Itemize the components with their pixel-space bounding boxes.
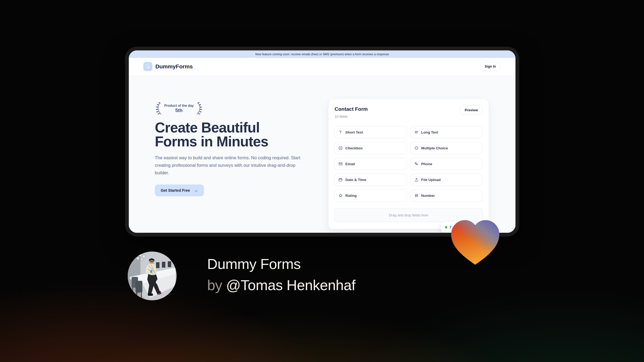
field-long-text[interactable]: Long Text (410, 126, 483, 138)
form-field-count: 10 fields (335, 114, 347, 119)
app-header: DummyForms Sign In (129, 58, 515, 75)
hero-title: Create Beautiful Forms in Minutes (155, 121, 305, 149)
field-label: Phone (421, 162, 432, 166)
promo-canvas: New feature coming soon: receive emails … (0, 0, 644, 362)
field-label: Rating (345, 194, 357, 198)
checkbox-icon (338, 146, 343, 150)
sign-in-button[interactable]: Sign In (480, 62, 500, 71)
field-label: Date & Time (345, 178, 366, 182)
status-dot-icon (445, 226, 447, 228)
cursor-selection-icon (145, 64, 151, 69)
announcement-banner: New feature coming soon: receive emails … (129, 50, 515, 58)
credit-product-name: Dummy Forms (207, 256, 301, 272)
calendar-icon (338, 178, 343, 182)
field-checkbox[interactable]: Checkbox (334, 142, 407, 154)
award-line1: Product of the day (164, 104, 194, 108)
phone-icon (414, 162, 419, 166)
hash-icon (414, 193, 419, 198)
get-started-button[interactable]: Get Started Free → (155, 184, 204, 196)
field-label: Short Text (345, 130, 363, 134)
gradient-heart-icon (449, 217, 501, 266)
envelope-icon (338, 162, 343, 166)
field-short-text[interactable]: Short Text (334, 126, 407, 138)
field-date-time[interactable]: Date & Time (334, 173, 407, 186)
hero-section: Product of the day 5th Create Beautiful … (129, 75, 515, 233)
product-of-the-day-badge: Product of the day 5th (155, 102, 310, 115)
field-multiple-choice[interactable]: Multiple Choice (410, 142, 483, 154)
field-label: Number (421, 194, 435, 198)
form-title: Contact Form (335, 106, 368, 112)
field-label: File Upload (421, 178, 441, 182)
avatar-photo-illustration (128, 252, 177, 300)
field-phone[interactable]: Phone (410, 158, 483, 170)
field-label: Long Text (421, 130, 438, 134)
announcement-text: New feature coming soon: receive emails … (255, 53, 389, 56)
preview-button[interactable]: Preview (460, 105, 483, 114)
laurel-branch-icon (196, 102, 203, 115)
browser-window: New feature coming soon: receive emails … (129, 50, 515, 233)
form-builder-card: Contact Form 10 fields Preview Short Tex… (328, 99, 489, 229)
hero-description: The easiest way to build and share onlin… (155, 154, 309, 176)
field-number[interactable]: Number (410, 189, 483, 202)
award-line2: 5th (175, 108, 182, 113)
dropzone-text: Drag and drop fields here (389, 213, 428, 217)
credit-byline-prefix: by (207, 277, 226, 293)
credit-text: Dummy Forms by @Tomas Henkenhaf (207, 253, 356, 296)
laurel-branch-icon (155, 102, 162, 115)
field-palette: Short Text Long Text Checkbox (334, 126, 483, 202)
short-text-icon (338, 130, 343, 134)
award-text: Product of the day 5th (164, 104, 194, 113)
brand-name: DummyForms (155, 63, 193, 70)
field-label: Email (345, 162, 355, 166)
brand-logo[interactable] (143, 62, 152, 71)
author-avatar (128, 252, 177, 300)
field-label: Multiple Choice (421, 146, 448, 150)
field-email[interactable]: Email (334, 158, 407, 170)
long-text-icon (414, 130, 419, 134)
radio-circle-icon (414, 146, 419, 150)
credit-author-handle: @Tomas Henkenhaf (226, 277, 356, 293)
field-file-upload[interactable]: File Upload (410, 173, 483, 186)
arrow-right-icon: → (194, 188, 198, 193)
upload-icon (414, 178, 419, 182)
field-rating[interactable]: Rating (334, 189, 407, 202)
field-label: Checkbox (345, 146, 363, 150)
star-icon (338, 193, 343, 198)
get-started-label: Get Started Free (161, 188, 190, 193)
hero-copy: Product of the day 5th Create Beautiful … (155, 102, 310, 196)
